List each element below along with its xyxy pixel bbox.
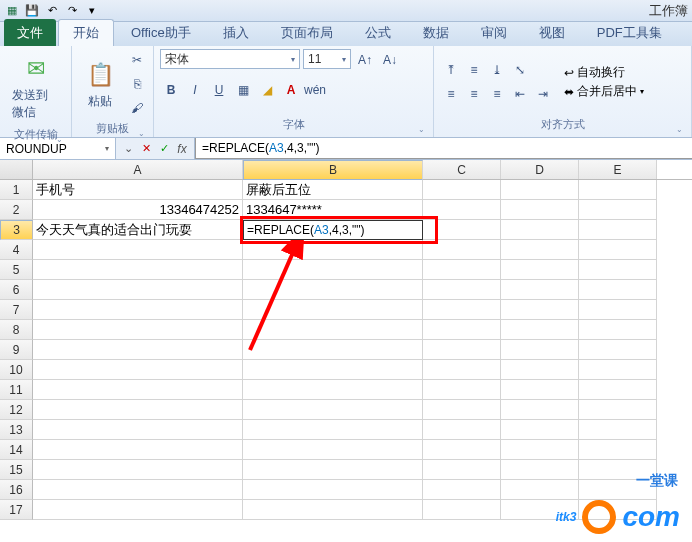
cell-C15[interactable] [423, 460, 501, 480]
row-header[interactable]: 1 [0, 180, 33, 200]
cell-D9[interactable] [501, 340, 579, 360]
paste-button[interactable]: 📋 粘贴 [78, 55, 122, 114]
row-header[interactable]: 6 [0, 280, 33, 300]
tab-insert[interactable]: 插入 [208, 19, 264, 46]
cell-D5[interactable] [501, 260, 579, 280]
formula-bar[interactable]: =REPLACE(A3,4,3,"") [195, 138, 692, 159]
enlarge-fbar-icon[interactable]: ⌄ [120, 141, 136, 157]
col-header-B[interactable]: B [243, 160, 423, 180]
copy-icon[interactable]: ⎘ [126, 73, 148, 95]
grow-font-icon[interactable]: A↑ [354, 49, 376, 71]
cell-B6[interactable] [243, 280, 423, 300]
cell-B4[interactable] [243, 240, 423, 260]
cell-A7[interactable] [33, 300, 243, 320]
cell-C13[interactable] [423, 420, 501, 440]
border-icon[interactable]: ▦ [232, 79, 254, 101]
indent-inc-icon[interactable]: ⇥ [532, 83, 554, 105]
cell-C11[interactable] [423, 380, 501, 400]
cell-E5[interactable] [579, 260, 657, 280]
row-header[interactable]: 4 [0, 240, 33, 260]
cell-E9[interactable] [579, 340, 657, 360]
cell-E13[interactable] [579, 420, 657, 440]
cell-C2[interactable] [423, 200, 501, 220]
col-header-A[interactable]: A [33, 160, 243, 179]
bold-icon[interactable]: B [160, 79, 182, 101]
row-header[interactable]: 8 [0, 320, 33, 340]
tab-office-assist[interactable]: Office助手 [116, 19, 206, 46]
cell-D16[interactable] [501, 480, 579, 500]
cell-B5[interactable] [243, 260, 423, 280]
cell-A14[interactable] [33, 440, 243, 460]
font-size-select[interactable]: 11▾ [303, 49, 351, 69]
cell-A16[interactable] [33, 480, 243, 500]
cell-B15[interactable] [243, 460, 423, 480]
cell-D11[interactable] [501, 380, 579, 400]
cell-C14[interactable] [423, 440, 501, 460]
align-bottom-icon[interactable]: ⤓ [486, 59, 508, 81]
tab-home[interactable]: 开始 [58, 19, 114, 46]
select-all-corner[interactable] [0, 160, 33, 180]
underline-icon[interactable]: U [208, 79, 230, 101]
cell-B13[interactable] [243, 420, 423, 440]
cell-D10[interactable] [501, 360, 579, 380]
cell-D15[interactable] [501, 460, 579, 480]
tab-layout[interactable]: 页面布局 [266, 19, 348, 46]
shrink-font-icon[interactable]: A↓ [379, 49, 401, 71]
cell-C12[interactable] [423, 400, 501, 420]
cell-A13[interactable] [33, 420, 243, 440]
cell-A8[interactable] [33, 320, 243, 340]
cell-C5[interactable] [423, 260, 501, 280]
save-icon[interactable]: 💾 [24, 3, 40, 19]
cell-C10[interactable] [423, 360, 501, 380]
cell-D14[interactable] [501, 440, 579, 460]
cell-D8[interactable] [501, 320, 579, 340]
cell-C9[interactable] [423, 340, 501, 360]
cell-C7[interactable] [423, 300, 501, 320]
cell-E11[interactable] [579, 380, 657, 400]
tab-formula[interactable]: 公式 [350, 19, 406, 46]
cell-B2[interactable]: 1334647***** [243, 200, 423, 220]
row-header[interactable]: 11 [0, 380, 33, 400]
cell-E6[interactable] [579, 280, 657, 300]
row-header[interactable]: 13 [0, 420, 33, 440]
cell-D3[interactable] [501, 220, 579, 240]
spreadsheet-grid[interactable]: ABCDE 1手机号屏蔽后五位2133464742521334647*****3… [0, 160, 692, 520]
orientation-icon[interactable]: ⤡ [509, 59, 531, 81]
row-header[interactable]: 17 [0, 500, 33, 520]
col-header-C[interactable]: C [423, 160, 501, 179]
tab-data[interactable]: 数据 [408, 19, 464, 46]
cell-C17[interactable] [423, 500, 501, 520]
cell-A1[interactable]: 手机号 [33, 180, 243, 200]
send-wechat-button[interactable]: ✉ 发送到微信 [6, 49, 65, 125]
cell-A4[interactable] [33, 240, 243, 260]
cell-B8[interactable] [243, 320, 423, 340]
cell-D4[interactable] [501, 240, 579, 260]
cell-D7[interactable] [501, 300, 579, 320]
cancel-icon[interactable]: ✕ [138, 141, 154, 157]
cut-icon[interactable]: ✂ [126, 49, 148, 71]
align-left-icon[interactable]: ≡ [440, 83, 462, 105]
tab-file[interactable]: 文件 [4, 19, 56, 46]
tab-pdf[interactable]: PDF工具集 [582, 19, 677, 46]
format-painter-icon[interactable]: 🖌 [126, 97, 148, 119]
align-middle-icon[interactable]: ≡ [463, 59, 485, 81]
cell-E12[interactable] [579, 400, 657, 420]
row-header[interactable]: 3 [0, 220, 33, 240]
cell-A12[interactable] [33, 400, 243, 420]
cell-A15[interactable] [33, 460, 243, 480]
cell-E14[interactable] [579, 440, 657, 460]
qat-dropdown-icon[interactable]: ▾ [84, 3, 100, 19]
font-family-select[interactable]: 宋体▾ [160, 49, 300, 69]
tab-review[interactable]: 审阅 [466, 19, 522, 46]
row-header[interactable]: 10 [0, 360, 33, 380]
cell-B14[interactable] [243, 440, 423, 460]
cell-C3[interactable] [423, 220, 501, 240]
row-header[interactable]: 2 [0, 200, 33, 220]
cell-B11[interactable] [243, 380, 423, 400]
cell-A11[interactable] [33, 380, 243, 400]
cell-B16[interactable] [243, 480, 423, 500]
cell-B9[interactable] [243, 340, 423, 360]
font-color-icon[interactable]: A [280, 79, 302, 101]
row-header[interactable]: 16 [0, 480, 33, 500]
cell-B17[interactable] [243, 500, 423, 520]
